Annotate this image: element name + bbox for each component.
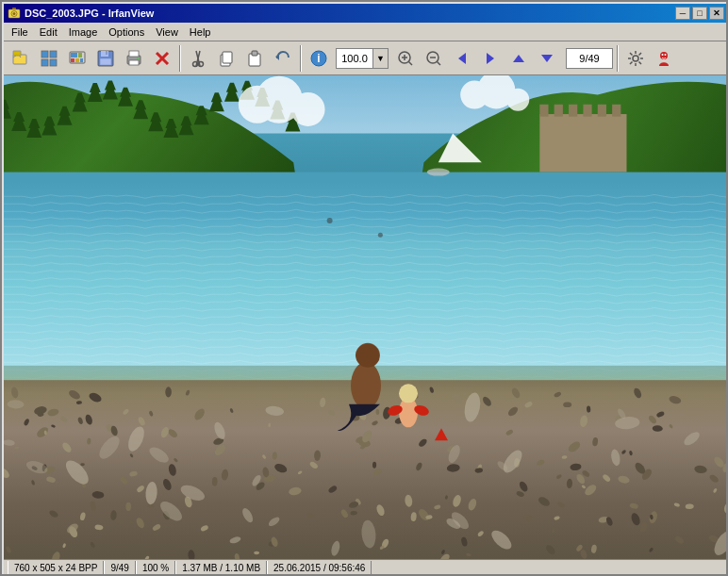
prev-image-button[interactable] [449, 45, 475, 72]
scroll-up-button[interactable] [505, 45, 532, 72]
open-button[interactable] [8, 45, 34, 72]
svg-rect-5 [13, 51, 21, 56]
paste-button[interactable] [241, 45, 268, 72]
settings-button[interactable] [622, 45, 649, 72]
zoom-control: ▼ [336, 48, 389, 69]
menu-edit[interactable]: Edit [34, 25, 63, 40]
app-icon [8, 7, 21, 20]
status-bar: 760 x 505 x 24 BPP 9/49 100 % 1.37 MB / … [4, 559, 728, 576]
cut-button[interactable] [185, 45, 211, 72]
svg-rect-31 [252, 51, 257, 56]
menu-view[interactable]: View [150, 25, 184, 40]
svg-rect-29 [223, 52, 232, 63]
about-button[interactable] [651, 45, 677, 72]
svg-point-2 [13, 12, 16, 15]
thumbnails-button[interactable] [36, 45, 62, 72]
svg-rect-12 [78, 53, 82, 58]
next-image-button[interactable] [477, 45, 504, 72]
svg-point-46 [633, 56, 638, 61]
info-button[interactable]: i [306, 45, 332, 72]
svg-line-36 [409, 61, 413, 65]
status-zoom: 100 % [136, 561, 175, 576]
svg-point-27 [199, 61, 204, 66]
close-button[interactable]: ✕ [709, 7, 724, 20]
save-button[interactable] [92, 45, 119, 72]
svg-marker-45 [541, 55, 553, 62]
status-filesize: 1.37 MB / 1.10 MB [175, 561, 267, 576]
zoom-dropdown[interactable]: ▼ [373, 48, 389, 69]
slideshow-button[interactable] [64, 45, 91, 72]
svg-point-26 [193, 61, 198, 66]
svg-marker-43 [487, 53, 494, 64]
svg-rect-22 [129, 60, 139, 65]
menu-file[interactable]: File [6, 25, 34, 40]
svg-rect-13 [71, 58, 74, 62]
zoom-input[interactable] [336, 48, 373, 69]
delete-button[interactable] [149, 45, 175, 72]
svg-rect-19 [100, 58, 111, 65]
svg-rect-8 [41, 59, 48, 66]
zoom-in-button[interactable] [392, 45, 419, 72]
svg-line-40 [438, 61, 441, 65]
image-canvas [4, 75, 728, 559]
minimize-button[interactable]: ─ [675, 7, 690, 20]
svg-rect-15 [80, 58, 83, 62]
status-dimensions: 760 x 505 x 24 BPP [8, 561, 104, 576]
image-content-area [4, 75, 728, 559]
separator-2 [300, 45, 302, 72]
title-bar-left: DSC_2003.JPG - IrfanView [8, 7, 154, 20]
svg-text:i: i [317, 52, 320, 65]
svg-rect-14 [75, 58, 79, 62]
menu-options[interactable]: Options [103, 25, 150, 40]
menu-image[interactable]: Image [63, 25, 104, 40]
title-bar: DSC_2003.JPG - IrfanView ─ □ ✕ [4, 4, 728, 23]
svg-point-49 [665, 54, 667, 56]
print-button[interactable] [121, 45, 147, 72]
window-title: DSC_2003.JPG - IrfanView [25, 8, 154, 19]
maximize-button[interactable]: □ [692, 7, 707, 20]
rotate-button[interactable] [270, 45, 296, 72]
svg-rect-7 [50, 51, 57, 58]
menu-bar: File Edit Image Options View Help [4, 23, 728, 41]
svg-marker-42 [458, 53, 466, 64]
svg-rect-11 [71, 53, 77, 58]
scroll-down-button[interactable] [534, 45, 560, 72]
svg-point-23 [137, 58, 139, 59]
svg-rect-9 [50, 59, 57, 66]
separator-1 [179, 45, 181, 72]
zoom-out-button[interactable] [421, 45, 447, 72]
svg-rect-3 [12, 8, 16, 9]
menu-help[interactable]: Help [184, 25, 217, 40]
image-counter: 9/49 [566, 48, 613, 69]
svg-rect-21 [129, 51, 139, 57]
separator-3 [617, 45, 619, 72]
status-counter: 9/49 [104, 561, 135, 576]
title-controls: ─ □ ✕ [675, 7, 724, 20]
status-datetime: 25.06.2015 / 09:56:46 [267, 561, 372, 576]
svg-point-48 [662, 54, 664, 56]
svg-rect-18 [106, 51, 108, 55]
copy-button[interactable] [213, 45, 240, 72]
svg-marker-44 [513, 55, 524, 62]
toolbar: i ▼ [4, 41, 728, 75]
svg-rect-6 [41, 51, 48, 58]
main-window: DSC_2003.JPG - IrfanView ─ □ ✕ File Edit… [2, 2, 728, 576]
